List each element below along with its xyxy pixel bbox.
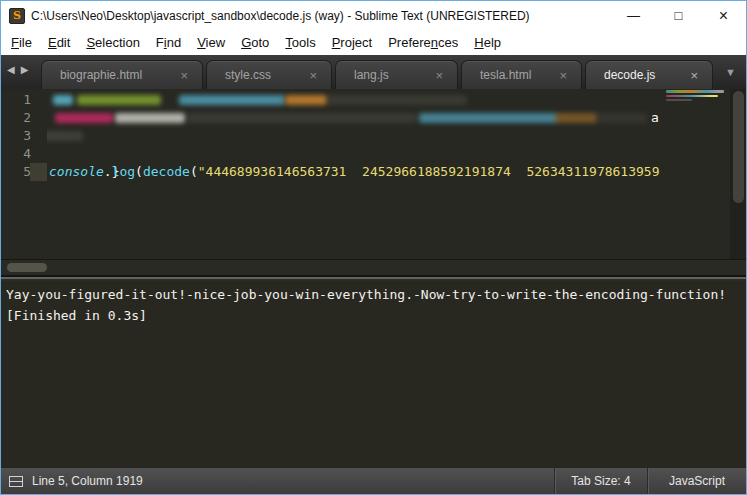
tab-bar: ◀ ▶ biographie.html × style.css × lang.j… bbox=[1, 55, 746, 89]
tab-decode-js[interactable]: decode.js × bbox=[585, 60, 713, 89]
tabs-row: biographie.html × style.css × lang.js × … bbox=[41, 60, 716, 89]
tab-label: style.css bbox=[225, 68, 271, 82]
line-number: 2 bbox=[1, 109, 47, 127]
build-output-panel: Yay-you-figured-it-out!-nice-job-you-win… bbox=[1, 281, 746, 467]
status-left: Line 5, Column 1919 bbox=[1, 474, 143, 488]
status-bar: Line 5, Column 1919 Tab Size: 4 JavaScri… bbox=[1, 467, 746, 494]
tab-label: decode.js bbox=[604, 68, 655, 82]
tab-label: biographie.html bbox=[60, 68, 142, 82]
tab-overflow-dropdown-icon[interactable]: ▼ bbox=[725, 66, 736, 78]
sublime-logo-icon: S bbox=[9, 8, 25, 24]
blurred-code-line-1 bbox=[47, 91, 664, 109]
menu-item-view[interactable]: View bbox=[189, 33, 233, 52]
line-number: 3 bbox=[1, 127, 47, 145]
tab-size-indicator[interactable]: Tab Size: 4 bbox=[554, 468, 647, 494]
sublime-logo-letter: S bbox=[13, 9, 21, 22]
menu-item-file[interactable]: File bbox=[3, 33, 40, 52]
tab-scroll-right-icon[interactable]: ▶ bbox=[21, 64, 29, 75]
menu-item-edit[interactable]: Edit bbox=[40, 33, 78, 52]
vertical-scrollbar-thumb[interactable] bbox=[733, 91, 744, 203]
token-number-string: "444689936146563731 2452966188592191874 … bbox=[198, 164, 660, 179]
sublime-window: S C:\Users\Neo\Desktop\javascript_sandbo… bbox=[0, 0, 747, 495]
code-line-4 bbox=[47, 145, 664, 163]
minimize-button[interactable]: — bbox=[611, 1, 656, 30]
window-controls: — □ × bbox=[611, 1, 746, 30]
code-fragment: a bbox=[651, 109, 659, 127]
code-line-3: } bbox=[47, 127, 664, 145]
code-line-5: console.log(decode("444689936146563731 2… bbox=[47, 163, 664, 181]
tab-close-icon[interactable]: × bbox=[305, 68, 321, 83]
tab-scroll-left-icon[interactable]: ◀ bbox=[7, 64, 15, 75]
tab-lang-js[interactable]: lang.js × bbox=[335, 60, 458, 89]
menu-item-preferences[interactable]: Preferences bbox=[380, 33, 466, 52]
horizontal-scrollbar[interactable] bbox=[1, 259, 746, 275]
syntax-indicator[interactable]: JavaScript bbox=[647, 468, 746, 494]
status-right: Tab Size: 4 JavaScript bbox=[554, 468, 746, 494]
menu-item-goto[interactable]: Goto bbox=[233, 33, 277, 52]
output-finished-text: [Finished in 0.3s] bbox=[6, 305, 741, 326]
menu-item-tools[interactable]: Tools bbox=[277, 33, 323, 52]
cursor-position-label: Line 5, Column 1919 bbox=[32, 474, 143, 488]
horizontal-scrollbar-thumb[interactable] bbox=[7, 263, 47, 272]
token-console: console bbox=[49, 164, 104, 179]
token-log: log bbox=[112, 164, 135, 179]
panel-toggle-icon[interactable] bbox=[9, 476, 23, 487]
active-line-gutter-highlight bbox=[30, 163, 47, 181]
menu-item-selection[interactable]: Selection bbox=[78, 33, 147, 52]
menu-item-find[interactable]: Find bbox=[148, 33, 189, 52]
tab-nav-arrows: ◀ ▶ bbox=[7, 64, 28, 75]
code-area[interactable]: a } console.log(decode("4446899361465637… bbox=[47, 91, 664, 257]
tab-style-css[interactable]: style.css × bbox=[206, 60, 332, 89]
minimap[interactable] bbox=[664, 89, 730, 259]
tab-label: lang.js bbox=[354, 68, 389, 82]
code-editor[interactable]: 1 2 3 4 5 a bbox=[1, 89, 746, 259]
output-result-text: Yay-you-figured-it-out!-nice-job-you-win… bbox=[6, 284, 741, 305]
menu-item-project[interactable]: Project bbox=[324, 33, 380, 52]
menu-item-help[interactable]: Help bbox=[466, 33, 509, 52]
window-title: C:\Users\Neo\Desktop\javascript_sandbox\… bbox=[31, 9, 611, 23]
tab-close-icon[interactable]: × bbox=[176, 68, 192, 83]
close-button[interactable]: × bbox=[701, 1, 746, 30]
tab-tesla-html[interactable]: tesla.html × bbox=[461, 60, 582, 89]
maximize-button[interactable]: □ bbox=[656, 1, 701, 30]
title-bar[interactable]: S C:\Users\Neo\Desktop\javascript_sandbo… bbox=[1, 1, 746, 30]
tab-label: tesla.html bbox=[480, 68, 531, 82]
tab-close-icon[interactable]: × bbox=[686, 68, 702, 83]
tab-close-icon[interactable]: × bbox=[555, 68, 571, 83]
menu-bar: File Edit Selection Find View Goto Tools… bbox=[1, 30, 746, 55]
tab-close-icon[interactable]: × bbox=[431, 68, 447, 83]
token-decode: decode bbox=[143, 164, 190, 179]
line-number: 1 bbox=[1, 91, 47, 109]
line-number: 4 bbox=[1, 145, 47, 163]
vertical-scrollbar[interactable] bbox=[730, 89, 746, 259]
tab-biographie-html[interactable]: biographie.html × bbox=[41, 60, 203, 89]
blurred-code-line-2: a bbox=[47, 109, 664, 127]
